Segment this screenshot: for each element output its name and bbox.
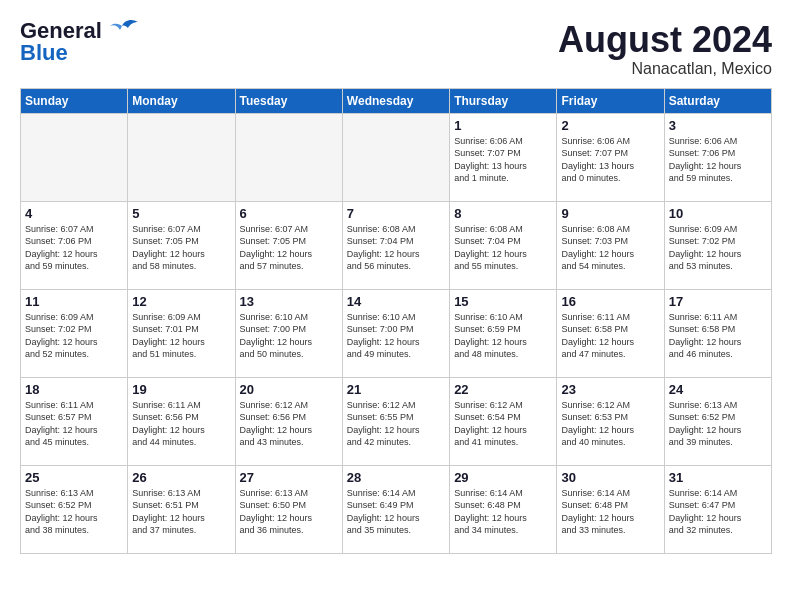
calendar-cell: 18Sunrise: 6:11 AMSunset: 6:57 PMDayligh…	[21, 377, 128, 465]
day-number: 4	[25, 206, 123, 221]
calendar-cell: 20Sunrise: 6:12 AMSunset: 6:56 PMDayligh…	[235, 377, 342, 465]
day-number: 17	[669, 294, 767, 309]
location-subtitle: Nanacatlan, Mexico	[558, 60, 772, 78]
day-info: Sunrise: 6:13 AMSunset: 6:51 PMDaylight:…	[132, 487, 230, 537]
day-info: Sunrise: 6:13 AMSunset: 6:52 PMDaylight:…	[25, 487, 123, 537]
day-info: Sunrise: 6:08 AMSunset: 7:04 PMDaylight:…	[347, 223, 445, 273]
calendar-cell	[342, 113, 449, 201]
week-row-2: 4Sunrise: 6:07 AMSunset: 7:06 PMDaylight…	[21, 201, 772, 289]
day-number: 14	[347, 294, 445, 309]
day-number: 1	[454, 118, 552, 133]
week-row-5: 25Sunrise: 6:13 AMSunset: 6:52 PMDayligh…	[21, 465, 772, 553]
logo-bird-icon	[104, 18, 140, 48]
day-info: Sunrise: 6:09 AMSunset: 7:02 PMDaylight:…	[669, 223, 767, 273]
calendar-header-row: SundayMondayTuesdayWednesdayThursdayFrid…	[21, 88, 772, 113]
calendar-cell: 26Sunrise: 6:13 AMSunset: 6:51 PMDayligh…	[128, 465, 235, 553]
column-header-thursday: Thursday	[450, 88, 557, 113]
calendar-cell: 13Sunrise: 6:10 AMSunset: 7:00 PMDayligh…	[235, 289, 342, 377]
day-number: 2	[561, 118, 659, 133]
day-number: 12	[132, 294, 230, 309]
week-row-1: 1Sunrise: 6:06 AMSunset: 7:07 PMDaylight…	[21, 113, 772, 201]
calendar-cell: 6Sunrise: 6:07 AMSunset: 7:05 PMDaylight…	[235, 201, 342, 289]
day-info: Sunrise: 6:14 AMSunset: 6:47 PMDaylight:…	[669, 487, 767, 537]
day-number: 26	[132, 470, 230, 485]
calendar-cell: 24Sunrise: 6:13 AMSunset: 6:52 PMDayligh…	[664, 377, 771, 465]
day-number: 5	[132, 206, 230, 221]
day-number: 30	[561, 470, 659, 485]
day-number: 8	[454, 206, 552, 221]
calendar-cell: 9Sunrise: 6:08 AMSunset: 7:03 PMDaylight…	[557, 201, 664, 289]
calendar-cell: 11Sunrise: 6:09 AMSunset: 7:02 PMDayligh…	[21, 289, 128, 377]
calendar-cell: 10Sunrise: 6:09 AMSunset: 7:02 PMDayligh…	[664, 201, 771, 289]
day-info: Sunrise: 6:14 AMSunset: 6:48 PMDaylight:…	[561, 487, 659, 537]
day-info: Sunrise: 6:06 AMSunset: 7:07 PMDaylight:…	[454, 135, 552, 185]
day-info: Sunrise: 6:14 AMSunset: 6:49 PMDaylight:…	[347, 487, 445, 537]
calendar-cell: 27Sunrise: 6:13 AMSunset: 6:50 PMDayligh…	[235, 465, 342, 553]
calendar-cell	[128, 113, 235, 201]
day-info: Sunrise: 6:08 AMSunset: 7:03 PMDaylight:…	[561, 223, 659, 273]
calendar-cell: 2Sunrise: 6:06 AMSunset: 7:07 PMDaylight…	[557, 113, 664, 201]
calendar-cell	[21, 113, 128, 201]
day-number: 9	[561, 206, 659, 221]
column-header-tuesday: Tuesday	[235, 88, 342, 113]
day-number: 21	[347, 382, 445, 397]
calendar-cell: 4Sunrise: 6:07 AMSunset: 7:06 PMDaylight…	[21, 201, 128, 289]
day-number: 20	[240, 382, 338, 397]
calendar-cell: 15Sunrise: 6:10 AMSunset: 6:59 PMDayligh…	[450, 289, 557, 377]
day-number: 23	[561, 382, 659, 397]
day-number: 25	[25, 470, 123, 485]
day-number: 13	[240, 294, 338, 309]
calendar-cell: 3Sunrise: 6:06 AMSunset: 7:06 PMDaylight…	[664, 113, 771, 201]
day-number: 31	[669, 470, 767, 485]
day-info: Sunrise: 6:11 AMSunset: 6:56 PMDaylight:…	[132, 399, 230, 449]
day-info: Sunrise: 6:10 AMSunset: 6:59 PMDaylight:…	[454, 311, 552, 361]
day-number: 16	[561, 294, 659, 309]
day-info: Sunrise: 6:12 AMSunset: 6:53 PMDaylight:…	[561, 399, 659, 449]
day-info: Sunrise: 6:12 AMSunset: 6:56 PMDaylight:…	[240, 399, 338, 449]
day-info: Sunrise: 6:09 AMSunset: 7:02 PMDaylight:…	[25, 311, 123, 361]
month-year-title: August 2024	[558, 20, 772, 60]
calendar-cell: 31Sunrise: 6:14 AMSunset: 6:47 PMDayligh…	[664, 465, 771, 553]
day-info: Sunrise: 6:14 AMSunset: 6:48 PMDaylight:…	[454, 487, 552, 537]
calendar-cell: 1Sunrise: 6:06 AMSunset: 7:07 PMDaylight…	[450, 113, 557, 201]
day-info: Sunrise: 6:11 AMSunset: 6:57 PMDaylight:…	[25, 399, 123, 449]
logo-text: GeneralBlue	[20, 20, 102, 64]
day-number: 28	[347, 470, 445, 485]
day-number: 29	[454, 470, 552, 485]
day-number: 19	[132, 382, 230, 397]
column-header-sunday: Sunday	[21, 88, 128, 113]
week-row-3: 11Sunrise: 6:09 AMSunset: 7:02 PMDayligh…	[21, 289, 772, 377]
day-info: Sunrise: 6:13 AMSunset: 6:52 PMDaylight:…	[669, 399, 767, 449]
day-info: Sunrise: 6:12 AMSunset: 6:55 PMDaylight:…	[347, 399, 445, 449]
calendar-cell: 12Sunrise: 6:09 AMSunset: 7:01 PMDayligh…	[128, 289, 235, 377]
day-info: Sunrise: 6:08 AMSunset: 7:04 PMDaylight:…	[454, 223, 552, 273]
logo: GeneralBlue	[20, 20, 140, 64]
calendar-cell: 30Sunrise: 6:14 AMSunset: 6:48 PMDayligh…	[557, 465, 664, 553]
calendar-table: SundayMondayTuesdayWednesdayThursdayFrid…	[20, 88, 772, 554]
column-header-saturday: Saturday	[664, 88, 771, 113]
day-info: Sunrise: 6:12 AMSunset: 6:54 PMDaylight:…	[454, 399, 552, 449]
week-row-4: 18Sunrise: 6:11 AMSunset: 6:57 PMDayligh…	[21, 377, 772, 465]
column-header-monday: Monday	[128, 88, 235, 113]
day-info: Sunrise: 6:09 AMSunset: 7:01 PMDaylight:…	[132, 311, 230, 361]
day-number: 18	[25, 382, 123, 397]
day-info: Sunrise: 6:06 AMSunset: 7:06 PMDaylight:…	[669, 135, 767, 185]
day-info: Sunrise: 6:10 AMSunset: 7:00 PMDaylight:…	[347, 311, 445, 361]
calendar-cell: 14Sunrise: 6:10 AMSunset: 7:00 PMDayligh…	[342, 289, 449, 377]
day-info: Sunrise: 6:06 AMSunset: 7:07 PMDaylight:…	[561, 135, 659, 185]
day-info: Sunrise: 6:07 AMSunset: 7:05 PMDaylight:…	[132, 223, 230, 273]
column-header-wednesday: Wednesday	[342, 88, 449, 113]
calendar-cell: 22Sunrise: 6:12 AMSunset: 6:54 PMDayligh…	[450, 377, 557, 465]
calendar-cell: 8Sunrise: 6:08 AMSunset: 7:04 PMDaylight…	[450, 201, 557, 289]
title-block: August 2024 Nanacatlan, Mexico	[558, 20, 772, 78]
calendar-cell: 7Sunrise: 6:08 AMSunset: 7:04 PMDaylight…	[342, 201, 449, 289]
day-info: Sunrise: 6:07 AMSunset: 7:05 PMDaylight:…	[240, 223, 338, 273]
column-header-friday: Friday	[557, 88, 664, 113]
calendar-cell: 19Sunrise: 6:11 AMSunset: 6:56 PMDayligh…	[128, 377, 235, 465]
calendar-cell: 28Sunrise: 6:14 AMSunset: 6:49 PMDayligh…	[342, 465, 449, 553]
calendar-cell: 29Sunrise: 6:14 AMSunset: 6:48 PMDayligh…	[450, 465, 557, 553]
day-number: 7	[347, 206, 445, 221]
calendar-cell	[235, 113, 342, 201]
calendar-cell: 17Sunrise: 6:11 AMSunset: 6:58 PMDayligh…	[664, 289, 771, 377]
calendar-cell: 25Sunrise: 6:13 AMSunset: 6:52 PMDayligh…	[21, 465, 128, 553]
